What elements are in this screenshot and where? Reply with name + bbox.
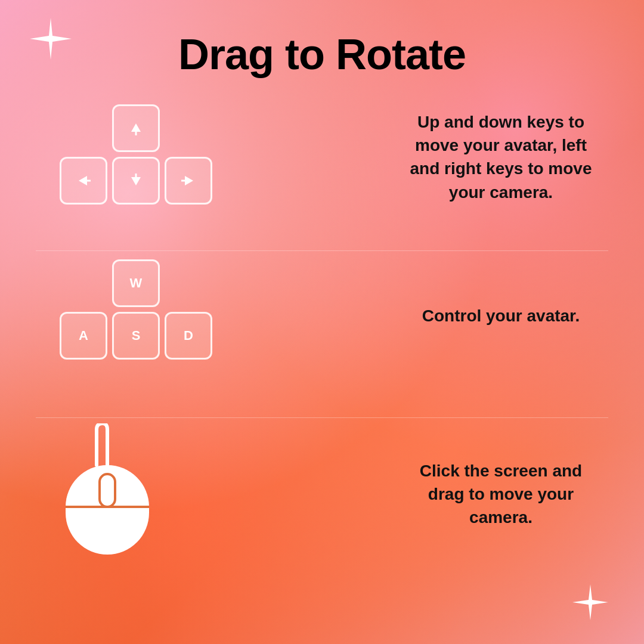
key-up xyxy=(112,104,160,152)
divider-1 xyxy=(36,250,608,251)
key-a: A xyxy=(60,312,107,360)
key-s: S xyxy=(112,312,160,360)
key-right xyxy=(165,157,212,205)
divider-2 xyxy=(36,417,608,418)
page-title: Drag to Rotate xyxy=(0,30,644,79)
key-w: W xyxy=(112,259,160,307)
svg-marker-1 xyxy=(572,584,608,620)
text-mouse: Click the screen and drag to move your c… xyxy=(405,459,596,530)
key-down xyxy=(112,157,160,205)
star-decoration-top-left xyxy=(30,18,72,60)
mouse-icon xyxy=(60,423,155,563)
arrow-keys-group xyxy=(60,104,212,205)
text-wasd-keys: Control your avatar. xyxy=(405,304,596,327)
svg-marker-0 xyxy=(30,18,72,60)
key-d: D xyxy=(165,312,212,360)
key-left xyxy=(60,157,107,205)
text-arrow-keys: Up and down keys to move your avatar, le… xyxy=(405,110,596,204)
arrow-bottom-row xyxy=(60,157,212,205)
wasd-keys-group: W A S D xyxy=(60,259,212,360)
svg-rect-6 xyxy=(66,465,149,555)
star-decoration-bottom-right xyxy=(572,584,608,620)
